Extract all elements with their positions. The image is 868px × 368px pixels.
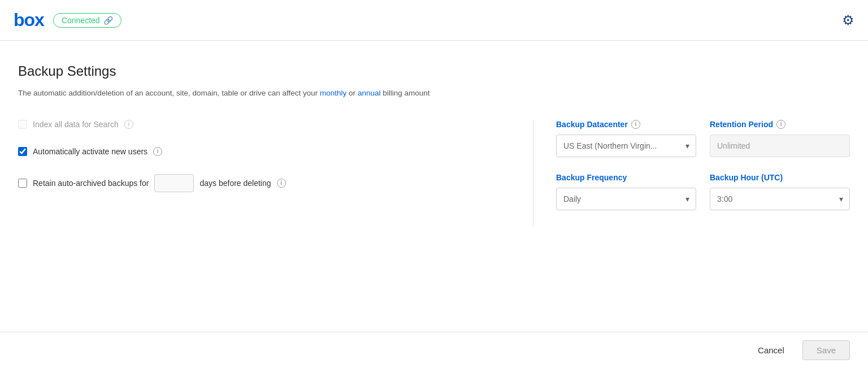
retention-label: Retention Period i [710, 120, 850, 129]
backup-hour-label: Backup Hour (UTC) [710, 173, 850, 182]
settings-button[interactable]: ⚙ [842, 12, 854, 28]
right-panel: Backup Datacenter i US East (Northern Vi… [533, 120, 850, 226]
retention-group: Retention Period i Unlimited [710, 120, 850, 157]
left-panel: Index all data for Search i Automaticall… [18, 120, 533, 226]
index-search-checkbox[interactable] [18, 120, 27, 129]
retain-label-before: Retain auto-archived backups for [33, 179, 149, 188]
gear-icon: ⚙ [842, 12, 854, 28]
frequency-label: Backup Frequency [556, 173, 696, 182]
annual-link[interactable]: annual [358, 89, 381, 97]
retain-checkbox[interactable] [18, 179, 27, 188]
datacenter-select[interactable]: US East (Northern Virgin... US West EU W… [556, 135, 696, 157]
frequency-group: Backup Frequency Daily Weekly Monthly [556, 173, 696, 210]
box-logo: box [14, 10, 44, 31]
content-area: Index all data for Search i Automaticall… [18, 120, 850, 226]
frequency-select-wrapper: Daily Weekly Monthly [556, 188, 696, 210]
auto-activate-checkbox[interactable] [18, 147, 27, 156]
billing-notice: The automatic addition/deletion of an ac… [18, 87, 504, 99]
main-content: Backup Settings The automatic addition/d… [0, 41, 868, 249]
datacenter-group: Backup Datacenter i US East (Northern Vi… [556, 120, 696, 157]
backup-hour-select[interactable]: 0:00 1:00 2:00 3:00 4:00 5:00 6:00 7:00 … [710, 188, 850, 210]
retain-backups-row: Retain auto-archived backups for days be… [18, 174, 510, 192]
retain-info-icon: i [277, 179, 286, 188]
auto-activate-label: Automatically activate new users [33, 147, 147, 156]
retain-label-after: days before deleting [199, 179, 271, 188]
retention-value: Unlimited [710, 135, 850, 157]
datacenter-select-wrapper: US East (Northern Virgin... US West EU W… [556, 135, 696, 157]
app-header: box Connected 🔗 ⚙ [0, 0, 868, 41]
monthly-link[interactable]: monthly [320, 89, 346, 97]
auto-activate-info-icon: i [153, 147, 162, 156]
connected-label: Connected [62, 16, 100, 25]
page-title: Backup Settings [18, 63, 850, 79]
frequency-select[interactable]: Daily Weekly Monthly [556, 188, 696, 210]
retain-days-input[interactable] [154, 174, 194, 192]
link-icon: 🔗 [103, 16, 113, 25]
datacenter-retention-row: Backup Datacenter i US East (Northern Vi… [556, 120, 850, 157]
index-search-info-icon: i [124, 120, 133, 129]
backup-hour-group: Backup Hour (UTC) 0:00 1:00 2:00 3:00 4:… [710, 173, 850, 210]
datacenter-info-icon: i [631, 120, 640, 129]
connected-badge: Connected 🔗 [53, 13, 121, 28]
index-search-row: Index all data for Search i [18, 120, 510, 129]
frequency-hour-row: Backup Frequency Daily Weekly Monthly Ba… [556, 173, 850, 210]
backup-hour-select-wrapper: 0:00 1:00 2:00 3:00 4:00 5:00 6:00 7:00 … [710, 188, 850, 210]
auto-activate-row: Automatically activate new users i [18, 147, 510, 156]
index-search-label: Index all data for Search [33, 120, 119, 129]
datacenter-label: Backup Datacenter i [556, 120, 696, 129]
header-left: box Connected 🔗 [14, 10, 121, 31]
retention-info-icon: i [776, 120, 785, 129]
